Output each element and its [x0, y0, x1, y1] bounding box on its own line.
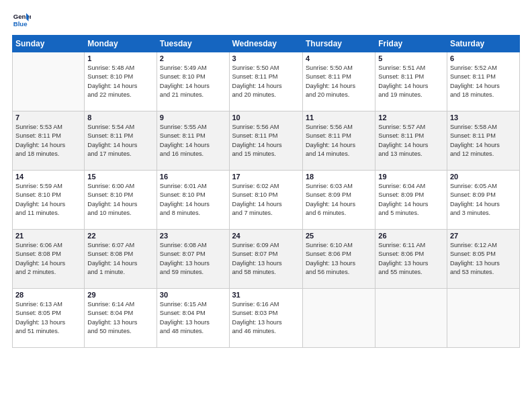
calendar-week-row: 7Sunrise: 5:53 AM Sunset: 8:11 PM Daylig…: [13, 111, 520, 171]
day-number: 19: [378, 173, 444, 181]
calendar-cell: 14Sunrise: 5:59 AM Sunset: 8:10 PM Dayli…: [13, 171, 85, 230]
day-info: Sunrise: 5:55 AM Sunset: 8:11 PM Dayligh…: [160, 123, 226, 158]
calendar-cell: 16Sunrise: 6:01 AM Sunset: 8:10 PM Dayli…: [157, 171, 229, 230]
day-info: Sunrise: 5:56 AM Sunset: 8:11 PM Dayligh…: [232, 123, 300, 158]
calendar-cell: 12Sunrise: 5:57 AM Sunset: 8:11 PM Dayli…: [375, 111, 447, 171]
day-info: Sunrise: 6:09 AM Sunset: 8:07 PM Dayligh…: [232, 241, 300, 277]
day-number: 25: [306, 232, 372, 240]
calendar-cell: 24Sunrise: 6:09 AM Sunset: 8:07 PM Dayli…: [229, 230, 302, 289]
day-number: 3: [232, 54, 300, 62]
calendar-cell: 5Sunrise: 5:51 AM Sunset: 8:11 PM Daylig…: [375, 52, 447, 111]
day-number: 27: [450, 232, 517, 240]
day-number: 5: [378, 54, 444, 62]
calendar-cell: 17Sunrise: 6:02 AM Sunset: 8:10 PM Dayli…: [229, 171, 302, 230]
day-number: 28: [15, 291, 81, 299]
calendar-cell: 10Sunrise: 5:56 AM Sunset: 8:11 PM Dayli…: [229, 111, 302, 171]
day-info: Sunrise: 6:15 AM Sunset: 8:04 PM Dayligh…: [160, 300, 226, 336]
day-info: Sunrise: 6:06 AM Sunset: 8:08 PM Dayligh…: [15, 241, 81, 277]
day-info: Sunrise: 6:03 AM Sunset: 8:09 PM Dayligh…: [306, 182, 372, 218]
day-info: Sunrise: 6:13 AM Sunset: 8:05 PM Dayligh…: [15, 300, 81, 336]
calendar-cell: [447, 289, 519, 348]
calendar-cell: [375, 289, 447, 348]
logo-icon: General Blue: [12, 11, 31, 30]
day-info: Sunrise: 5:51 AM Sunset: 8:11 PM Dayligh…: [378, 64, 444, 99]
calendar-cell: 4Sunrise: 5:50 AM Sunset: 8:11 PM Daylig…: [302, 52, 375, 111]
day-number: 8: [87, 113, 153, 122]
calendar-cell: 21Sunrise: 6:06 AM Sunset: 8:08 PM Dayli…: [13, 230, 85, 289]
calendar-cell: 19Sunrise: 6:04 AM Sunset: 8:09 PM Dayli…: [375, 171, 447, 230]
day-number: 24: [232, 232, 300, 240]
day-info: Sunrise: 6:01 AM Sunset: 8:10 PM Dayligh…: [160, 182, 226, 218]
calendar-cell: 30Sunrise: 6:15 AM Sunset: 8:04 PM Dayli…: [157, 289, 229, 348]
calendar-cell: 13Sunrise: 5:58 AM Sunset: 8:11 PM Dayli…: [447, 111, 519, 171]
col-header-tuesday: Tuesday: [157, 36, 229, 52]
calendar-cell: [302, 289, 375, 348]
day-info: Sunrise: 6:12 AM Sunset: 8:05 PM Dayligh…: [450, 241, 517, 277]
day-number: 15: [87, 173, 153, 181]
svg-text:Blue: Blue: [13, 20, 28, 28]
day-number: 1: [87, 54, 153, 62]
calendar-cell: 22Sunrise: 6:07 AM Sunset: 8:08 PM Dayli…: [85, 230, 157, 289]
col-header-monday: Monday: [85, 36, 157, 52]
calendar-cell: 1Sunrise: 5:48 AM Sunset: 8:10 PM Daylig…: [85, 52, 157, 111]
calendar-week-row: 1Sunrise: 5:48 AM Sunset: 8:10 PM Daylig…: [13, 52, 520, 111]
day-number: 6: [450, 54, 517, 62]
col-header-friday: Friday: [375, 36, 447, 52]
day-info: Sunrise: 6:07 AM Sunset: 8:08 PM Dayligh…: [87, 241, 153, 277]
day-info: Sunrise: 6:16 AM Sunset: 8:03 PM Dayligh…: [232, 300, 300, 336]
day-number: 4: [306, 54, 372, 62]
col-header-saturday: Saturday: [447, 36, 519, 52]
calendar-cell: 6Sunrise: 5:52 AM Sunset: 8:11 PM Daylig…: [447, 52, 519, 111]
day-info: Sunrise: 5:50 AM Sunset: 8:11 PM Dayligh…: [306, 64, 372, 99]
day-info: Sunrise: 5:54 AM Sunset: 8:11 PM Dayligh…: [87, 123, 153, 158]
day-number: 16: [160, 173, 226, 181]
calendar-cell: 3Sunrise: 5:50 AM Sunset: 8:11 PM Daylig…: [229, 52, 302, 111]
day-info: Sunrise: 5:56 AM Sunset: 8:11 PM Dayligh…: [306, 123, 372, 158]
day-number: 23: [160, 232, 226, 240]
col-header-wednesday: Wednesday: [229, 36, 302, 52]
day-number: 14: [15, 173, 81, 181]
calendar-cell: 28Sunrise: 6:13 AM Sunset: 8:05 PM Dayli…: [13, 289, 85, 348]
calendar-cell: 31Sunrise: 6:16 AM Sunset: 8:03 PM Dayli…: [229, 289, 302, 348]
calendar-header-row: SundayMondayTuesdayWednesdayThursdayFrid…: [13, 36, 520, 52]
day-info: Sunrise: 6:05 AM Sunset: 8:09 PM Dayligh…: [450, 182, 517, 218]
day-info: Sunrise: 5:52 AM Sunset: 8:11 PM Dayligh…: [450, 64, 517, 99]
day-number: 18: [306, 173, 372, 181]
calendar-cell: 18Sunrise: 6:03 AM Sunset: 8:09 PM Dayli…: [302, 171, 375, 230]
calendar-cell: 20Sunrise: 6:05 AM Sunset: 8:09 PM Dayli…: [447, 171, 519, 230]
day-number: 2: [160, 54, 226, 62]
day-info: Sunrise: 5:53 AM Sunset: 8:11 PM Dayligh…: [15, 123, 81, 158]
calendar-cell: 2Sunrise: 5:49 AM Sunset: 8:10 PM Daylig…: [157, 52, 229, 111]
day-number: 30: [160, 291, 226, 299]
day-info: Sunrise: 5:57 AM Sunset: 8:11 PM Dayligh…: [378, 123, 444, 158]
day-info: Sunrise: 5:48 AM Sunset: 8:10 PM Dayligh…: [87, 64, 153, 99]
calendar-week-row: 28Sunrise: 6:13 AM Sunset: 8:05 PM Dayli…: [13, 289, 520, 348]
day-number: 7: [15, 113, 81, 122]
calendar-cell: 26Sunrise: 6:11 AM Sunset: 8:06 PM Dayli…: [375, 230, 447, 289]
day-info: Sunrise: 5:58 AM Sunset: 8:11 PM Dayligh…: [450, 123, 517, 158]
calendar-cell: 7Sunrise: 5:53 AM Sunset: 8:11 PM Daylig…: [13, 111, 85, 171]
day-info: Sunrise: 6:14 AM Sunset: 8:04 PM Dayligh…: [87, 300, 153, 336]
calendar-cell: 27Sunrise: 6:12 AM Sunset: 8:05 PM Dayli…: [447, 230, 519, 289]
logo: General Blue: [12, 11, 34, 30]
day-info: Sunrise: 6:10 AM Sunset: 8:06 PM Dayligh…: [306, 241, 372, 277]
day-number: 29: [87, 291, 153, 299]
calendar-week-row: 21Sunrise: 6:06 AM Sunset: 8:08 PM Dayli…: [13, 230, 520, 289]
calendar-cell: 11Sunrise: 5:56 AM Sunset: 8:11 PM Dayli…: [302, 111, 375, 171]
calendar-cell: 15Sunrise: 6:00 AM Sunset: 8:10 PM Dayli…: [85, 171, 157, 230]
page-header: General Blue: [12, 11, 520, 30]
col-header-sunday: Sunday: [13, 36, 85, 52]
calendar-cell: 9Sunrise: 5:55 AM Sunset: 8:11 PM Daylig…: [157, 111, 229, 171]
day-info: Sunrise: 6:11 AM Sunset: 8:06 PM Dayligh…: [378, 241, 444, 277]
day-number: 31: [232, 291, 300, 299]
day-number: 21: [15, 232, 81, 240]
day-number: 9: [160, 113, 226, 122]
calendar-cell: 23Sunrise: 6:08 AM Sunset: 8:07 PM Dayli…: [157, 230, 229, 289]
day-info: Sunrise: 5:50 AM Sunset: 8:11 PM Dayligh…: [232, 64, 300, 99]
day-number: 17: [232, 173, 300, 181]
calendar-cell: 29Sunrise: 6:14 AM Sunset: 8:04 PM Dayli…: [85, 289, 157, 348]
calendar-cell: 8Sunrise: 5:54 AM Sunset: 8:11 PM Daylig…: [85, 111, 157, 171]
day-number: 22: [87, 232, 153, 240]
day-info: Sunrise: 5:59 AM Sunset: 8:10 PM Dayligh…: [15, 182, 81, 218]
calendar-table: SundayMondayTuesdayWednesdayThursdayFrid…: [12, 35, 520, 348]
